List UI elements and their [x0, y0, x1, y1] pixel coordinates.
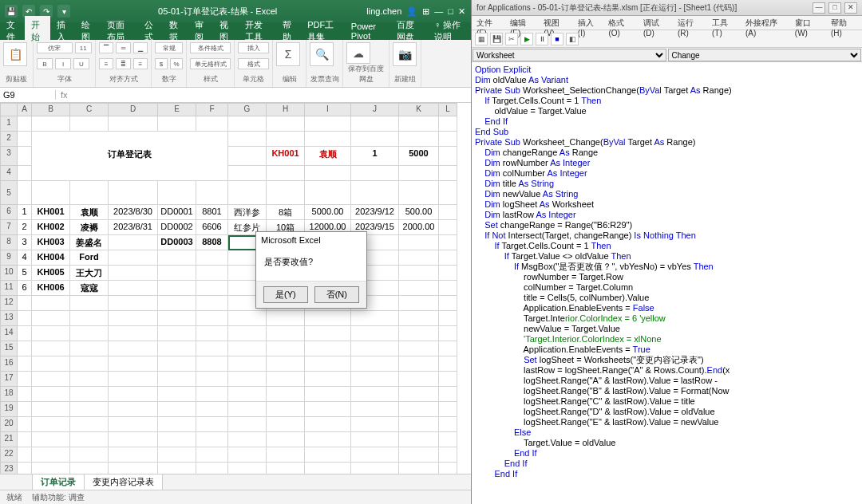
cell[interactable]: [439, 311, 457, 326]
row-header[interactable]: 21: [0, 432, 18, 447]
cell[interactable]: [18, 387, 32, 402]
cell[interactable]: [305, 341, 351, 356]
cell[interactable]: [305, 356, 351, 372]
table-cell[interactable]: 袁顺: [70, 205, 109, 220]
cell[interactable]: [196, 402, 228, 417]
vbe-menu-item[interactable]: 格式(O): [608, 18, 635, 28]
underline-button[interactable]: U: [73, 58, 89, 69]
cell[interactable]: [18, 326, 32, 341]
cell[interactable]: [32, 417, 70, 432]
cell[interactable]: [158, 402, 196, 417]
cell[interactable]: [109, 116, 158, 132]
number-format-select[interactable]: 常规: [155, 42, 183, 53]
cell[interactable]: [351, 402, 399, 417]
cell[interactable]: [158, 447, 196, 463]
vbe-menu-item[interactable]: 调试(D): [643, 18, 670, 28]
cell[interactable]: [70, 417, 109, 432]
vbe-menu-item[interactable]: 视图(V): [544, 18, 569, 28]
align-top-icon[interactable]: ▔: [99, 42, 113, 53]
bold-button[interactable]: B: [37, 58, 53, 69]
cell[interactable]: [18, 417, 32, 432]
vbe-tb-cut-icon[interactable]: ✂: [505, 33, 518, 45]
cell[interactable]: [196, 326, 228, 341]
table-cell[interactable]: [399, 281, 439, 296]
row-header[interactable]: 7: [0, 220, 18, 235]
minimize-icon[interactable]: —: [434, 6, 443, 16]
col-header[interactable]: B: [32, 103, 70, 116]
table-cell[interactable]: 3: [18, 235, 32, 250]
col-header[interactable]: H: [267, 103, 305, 116]
query-value[interactable]: 5000: [399, 147, 439, 166]
cell[interactable]: [439, 181, 457, 205]
table-cell[interactable]: [399, 235, 439, 250]
cell[interactable]: [158, 116, 196, 132]
table-cell[interactable]: 姜盛名: [70, 235, 109, 250]
cell[interactable]: 订单总金: [399, 132, 439, 147]
cell[interactable]: [18, 116, 32, 132]
insert-cells-button[interactable]: 插入: [238, 42, 269, 53]
cell[interactable]: [228, 372, 267, 387]
baidu-save-button[interactable]: ☁: [346, 42, 370, 64]
cell[interactable]: [228, 116, 267, 132]
cell[interactable]: 订单笔数: [351, 132, 399, 147]
table-cell[interactable]: [439, 266, 457, 281]
table-cell[interactable]: [439, 250, 457, 266]
cell[interactable]: [399, 311, 439, 326]
cell[interactable]: [158, 311, 196, 326]
cell[interactable]: [70, 296, 109, 311]
table-cell[interactable]: 2023/9/12: [351, 205, 399, 220]
cell[interactable]: [196, 417, 228, 432]
table-cell[interactable]: [399, 266, 439, 281]
cell[interactable]: [228, 326, 267, 341]
ribbon-options-icon[interactable]: ⊞: [422, 6, 429, 17]
cell[interactable]: [158, 296, 196, 311]
cell[interactable]: [399, 166, 439, 181]
table-header[interactable]: 订单编号: [158, 181, 196, 205]
table-cell[interactable]: [109, 235, 158, 250]
table-header[interactable]: 客户: [70, 181, 109, 205]
cell[interactable]: [109, 341, 158, 356]
vbe-tb-stop-icon[interactable]: ■: [551, 33, 563, 45]
align-mid-icon[interactable]: ═: [116, 42, 130, 53]
cell[interactable]: [228, 356, 267, 372]
align-left-icon[interactable]: ≡: [99, 58, 113, 69]
table-cell[interactable]: KH002: [32, 220, 70, 235]
vbe-menu-item[interactable]: 外接程序(A): [745, 18, 787, 28]
vbe-minimize-icon[interactable]: —: [813, 2, 825, 14]
cell[interactable]: [305, 402, 351, 417]
cell[interactable]: [399, 326, 439, 341]
row-header[interactable]: 18: [0, 387, 18, 402]
edit-button[interactable]: Σ: [276, 42, 300, 66]
invoice-button[interactable]: 🔍: [310, 42, 334, 66]
cell[interactable]: [228, 166, 267, 181]
cell[interactable]: [32, 387, 70, 402]
table-cell[interactable]: [109, 250, 158, 266]
cell[interactable]: [439, 432, 457, 447]
align-bot-icon[interactable]: ▁: [133, 42, 148, 53]
cell[interactable]: [399, 116, 439, 132]
table-header[interactable]: 产品型号: [196, 181, 228, 205]
row-header[interactable]: 22: [0, 447, 18, 463]
row-header[interactable]: 8: [0, 235, 18, 250]
cell[interactable]: [32, 326, 70, 341]
cell[interactable]: [228, 432, 267, 447]
cell[interactable]: [267, 116, 305, 132]
cell[interactable]: [439, 387, 457, 402]
col-header[interactable]: C: [70, 103, 109, 116]
cell[interactable]: [32, 116, 70, 132]
vbe-close-icon[interactable]: ✕: [844, 2, 857, 14]
col-header[interactable]: K: [399, 103, 439, 116]
cell[interactable]: [32, 132, 228, 147]
cell[interactable]: [228, 387, 267, 402]
cell[interactable]: [32, 372, 70, 387]
cell[interactable]: [196, 387, 228, 402]
cell[interactable]: [351, 417, 399, 432]
cell[interactable]: [70, 402, 109, 417]
table-cell[interactable]: [158, 266, 196, 281]
table-cell[interactable]: [399, 250, 439, 266]
cell[interactable]: [228, 447, 267, 463]
cell[interactable]: [305, 116, 351, 132]
cell[interactable]: [18, 311, 32, 326]
vbe-menu-item[interactable]: 帮助(H): [831, 18, 857, 28]
cell[interactable]: [32, 402, 70, 417]
